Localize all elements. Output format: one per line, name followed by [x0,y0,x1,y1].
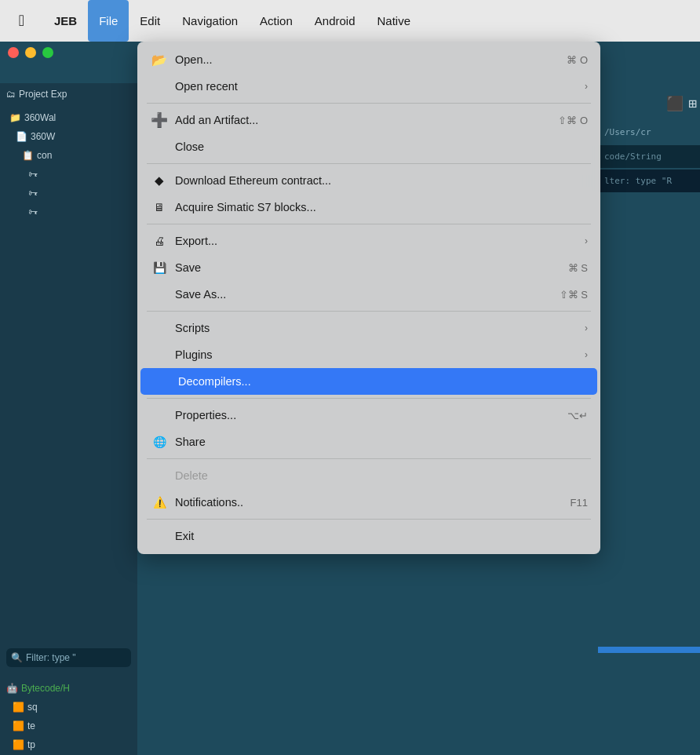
menu-item-scripts-label: Scripts [175,322,578,334]
filter-display: lter: type "R [598,170,700,192]
key-icon: 🗝 [28,188,38,199]
menu-item-share[interactable]: 🌐 Share [137,429,600,455]
grid-icon: 🟧 [13,739,24,750]
file-icon: 📄 [16,131,27,142]
menu-item-properties-shortcut: ⌥↵ [567,410,588,421]
share-icon: 🌐 [150,436,169,448]
add-icon: ➕ [150,111,169,129]
separator-1 [147,103,591,104]
save-icon: 💾 [150,261,169,274]
menu-item-delete: Delete [137,462,600,489]
menu-item-save[interactable]: 💾 Save ⌘ S [137,254,600,281]
search-icon: 🔍 [11,652,23,663]
menu-item-delete-label: Delete [175,469,588,482]
menu-item-acquire-simatic-label: Acquire Simatic S7 blocks... [175,201,588,213]
menu-item-open[interactable]: 📂 Open... ⌘ O [137,46,600,73]
menu-item-save-as-shortcut: ⇧⌘ S [560,289,588,301]
grid-icon: 🟧 [13,720,24,731]
key-icon: 🗝 [28,206,38,217]
bottom-item-tp[interactable]: 🟧 tp [0,735,137,754]
menu-item-save-label: Save [175,261,568,274]
tree-label: 360W [31,131,55,142]
export-icon: 🖨 [150,235,169,247]
path-display: /Users/cr [598,122,700,142]
separator-3 [147,224,591,224]
bytecode-header[interactable]: 🤖 Bytecode/H [0,679,137,698]
menu-item-exit-label: Exit [175,530,588,542]
search-input-container[interactable]: 🔍 Filter: type " [6,648,131,667]
separator-5 [147,398,591,399]
menu-item-save-as[interactable]: Save As... ⇧⌘ S [137,281,600,308]
blue-progress-bar [598,647,700,653]
menu-item-download-eth-label: Download Ethereum contract... [175,174,588,187]
menu-item-download-eth[interactable]: ◆ Download Ethereum contract... [137,167,600,194]
menu-item-close[interactable]: Close [137,133,600,160]
bottom-item-te[interactable]: 🟧 te [0,717,137,735]
ethereum-icon: ◆ [150,173,169,188]
menubar-item-action[interactable]: Action [249,0,304,42]
menu-item-save-shortcut: ⌘ S [568,262,588,274]
separator-2 [147,163,591,164]
grid-layout-icon[interactable]: ⊞ [688,95,697,111]
tree-item-key1[interactable]: 🗝 [0,165,137,184]
tree-item-key3[interactable]: 🗝 [0,202,137,221]
menu-item-open-label: Open... [175,53,567,66]
tree-item-con[interactable]: 📋 con [0,146,137,165]
open-folder-icon: 📂 [150,53,169,67]
project-explorer-header: 🗂 Project Exp [0,83,137,105]
menu-item-decompilers[interactable]: Decompilers... [140,368,597,395]
menu-item-share-label: Share [175,436,588,448]
bottom-item-sq[interactable]: 🟧 sq [0,698,137,717]
menubar-item-edit[interactable]: Edit [129,0,171,42]
export-submenu-arrow-icon: › [585,235,588,246]
tree-label: con [37,150,52,161]
menu-item-decompilers-label: Decompilers... [178,375,585,388]
right-toolbar: ⬛ ⊞ [598,83,700,122]
menu-item-add-artifact[interactable]: ➕ Add an Artifact... ⇧⌘ O [137,107,600,133]
separator-6 [147,458,591,459]
menu-item-scripts[interactable]: Scripts › [137,315,600,341]
menubar-item-native[interactable]: Native [366,0,422,42]
bottom-panel: 🤖 Bytecode/H 🟧 sq 🟧 te 🟧 tp 🟧 tra tramin… [0,679,137,755]
file-dropdown-menu: 📂 Open... ⌘ O Open recent › ➕ Add an Art… [137,42,600,554]
apple-menu-item[interactable]:  [0,12,43,30]
menu-item-acquire-simatic[interactable]: 🖥 Acquire Simatic S7 blocks... [137,194,600,221]
bottom-item-label: tp [27,739,35,750]
traffic-lights [8,47,53,58]
submenu-arrow-icon: › [585,81,588,92]
tree-item-key2[interactable]: 🗝 [0,184,137,202]
menu-item-properties-label: Properties... [175,409,567,421]
minimize-button[interactable] [25,47,36,58]
menu-item-notifications-shortcut: F11 [571,497,588,509]
apple-icon:  [19,12,24,30]
close-button[interactable] [8,47,19,58]
menu-item-open-shortcut: ⌘ O [567,54,588,66]
menubar-item-navigation[interactable]: Navigation [171,0,249,42]
tree-item-360wal[interactable]: 📁 360Wal [0,108,137,127]
menu-item-export[interactable]: 🖨 Export... › [137,228,600,254]
menubar-item-file[interactable]: File [88,0,129,42]
bottom-item-label: sq [27,702,38,713]
menu-item-notifications[interactable]: ⚠️ Notifications.. F11 [137,489,600,516]
separator-7 [147,519,591,520]
scripts-submenu-arrow-icon: › [585,323,588,334]
layout-icon[interactable]: ⬛ [666,95,684,111]
code-display: code/String [598,145,700,168]
menu-item-properties[interactable]: Properties... ⌥↵ [137,402,600,429]
tree-item-360w[interactable]: 📄 360W [0,127,137,146]
menu-item-close-label: Close [175,140,588,153]
project-explorer-label: Project Exp [19,89,67,100]
menubar-item-android[interactable]: Android [304,0,366,42]
simatic-icon: 🖥 [150,201,169,213]
menu-item-add-artifact-shortcut: ⇧⌘ O [558,115,588,126]
menu-item-exit[interactable]: Exit [137,523,600,549]
menubar-item-jeb[interactable]: JEB [43,0,88,42]
search-placeholder-text: Filter: type " [26,652,76,663]
menu-item-plugins[interactable]: Plugins › [137,341,600,368]
sidebar: 🗂 Project Exp 📁 360Wal 📄 360W 📋 con 🗝 🗝 [0,83,137,755]
menu-item-open-recent[interactable]: Open recent › [137,73,600,100]
menu-item-save-as-label: Save As... [175,288,560,301]
maximize-button[interactable] [42,47,53,58]
android-icon: 🤖 [6,683,18,694]
tree-label: 360Wal [24,112,56,123]
